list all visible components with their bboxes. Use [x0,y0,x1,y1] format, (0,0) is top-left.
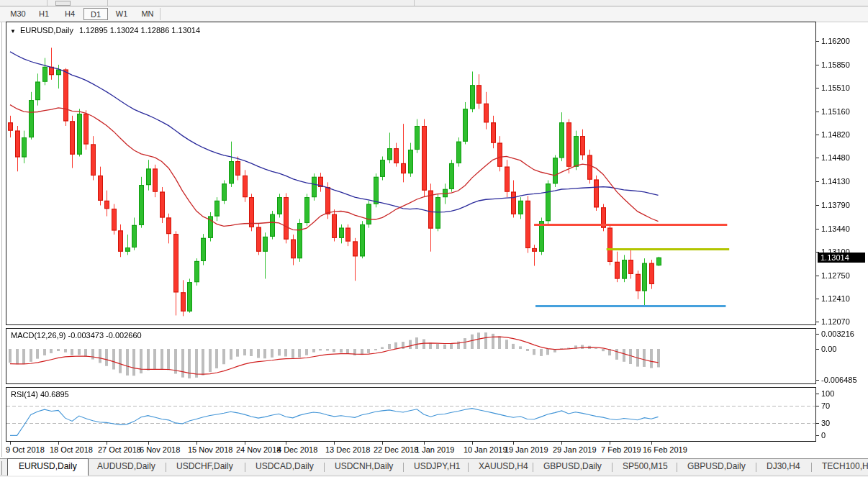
toolbar-button-pressed[interactable] [55,1,71,6]
time-tick-mark [610,442,610,445]
axis-tick-mark [815,205,819,206]
chart-tab-audusd-daily[interactable]: AUDUSD,Daily [86,459,166,475]
time-tick-label: 27 Oct 2018 [98,445,141,454]
tf-button-mn[interactable]: MN [135,8,160,20]
chart-tab-usdchf-daily[interactable]: USDCHF,Daily [166,459,244,475]
rsi-tick-label: 30 [821,419,830,427]
time-tick-mark [424,442,425,445]
axis-tick-mark [815,112,819,112]
timeframe-toolbar: M30H1H4D1W1MN [0,6,868,22]
time-tick-mark [561,442,562,445]
axis-tick-mark [815,276,819,276]
axis-tick-mark [815,435,819,436]
chart-tab-eurusd-daily[interactable]: EURUSD,Daily [7,458,89,476]
time-tick-label: 6 Nov 2018 [140,445,180,454]
rsi-canvas[interactable] [6,388,815,441]
chart-tab-tech100-h1[interactable]: TECH100,H1 [811,459,868,475]
mt4-application-window: M30H1H4D1W1MN ▼EURUSD,Daily1.12895 1.130… [0,0,868,477]
time-tick-mark [148,442,149,445]
price-tick-label: 1.12750 [821,271,850,280]
time-tick-mark [107,442,107,445]
macd-values: -0.003473 -0.002660 [68,331,141,340]
price-tick-label: 1.13790 [821,201,850,209]
time-tick-label: 9 Oct 2018 [6,445,45,454]
axis-tick-mark [815,229,819,230]
price-tick-label: 1.15510 [821,83,850,92]
axis-tick-mark [815,406,819,406]
time-tick-mark [513,442,514,445]
toolbar-separator [414,0,415,6]
time-tick-label: 10 Jan 2019 [464,445,507,454]
rsi-tick-label: 70 [821,401,830,410]
rsi-label: RSI(14) 40.6895 [11,390,69,399]
rsi-tick-label: 100 [821,389,834,398]
axis-tick-mark [815,394,819,394]
macd-label: MACD(12,26,9) -0.003473 -0.002660 [11,331,142,340]
chart-tab-gbpusd-daily[interactable]: GBPUSD,Daily [677,459,756,475]
chart-tab-usdcnh-daily[interactable]: USDCNH,Daily [324,459,404,475]
time-tick-mark [382,442,383,445]
time-tick-mark [58,442,59,445]
time-tick-label: 16 Feb 2019 [643,445,687,454]
time-tick-mark [472,442,473,445]
chart-ohlc-quote: 1.12895 1.13024 1.12886 1.13014 [79,26,200,35]
price-tick-label: 1.15160 [821,107,850,116]
time-tick-mark [245,442,245,445]
macd-tick-label: 0.00 [821,345,836,353]
time-axis[interactable]: 9 Oct 201818 Oct 201827 Oct 20186 Nov 20… [6,442,816,458]
price-tick-label: 1.14480 [821,153,850,162]
axis-tick-mark [815,299,819,299]
rsi-indicator-panel[interactable]: RSI(14) 40.6895 [6,387,816,442]
macd-indicator-panel[interactable]: MACD(12,26,9) -0.003473 -0.002660 [6,328,816,384]
time-tick-label: 4 Dec 2018 [277,445,317,454]
time-tick-label: 1 Jan 2019 [415,445,454,454]
price-tick-label: 1.14130 [821,177,850,186]
time-tick-label: 29 Jan 2019 [553,445,597,454]
tf-button-m30[interactable]: M30 [6,8,30,20]
tf-button-h4[interactable]: H4 [58,8,82,20]
tf-button-d1[interactable]: D1 [83,8,108,20]
axis-tick-mark [815,423,819,424]
price-tick-label: 1.14820 [821,130,850,139]
chart-tab-bar: EURUSD,DailyAUDUSD,DailyUSDCHF,DailyUSDC… [0,458,868,476]
time-tick-mark [651,442,652,445]
price-chart-canvas[interactable] [6,22,815,324]
price-tick-label: 1.12070 [821,317,850,326]
rsi-value: 40.6895 [40,390,69,399]
tf-button-w1[interactable]: W1 [109,8,134,20]
window-left-edge [1,22,2,457]
chart-tab-xauusd-h4[interactable]: XAUUSD,H4 [468,459,539,475]
time-tick-label: 7 Feb 2019 [601,445,641,454]
price-tick-label: 1.16200 [821,37,850,45]
macd-tick-label: -0.006485 [821,376,857,384]
time-tick-mark [10,442,11,445]
current-price-badge: 1.13014 [818,253,865,263]
time-tick-label: 24 Nov 2018 [236,445,281,454]
chart-tab-usdcad-daily[interactable]: USDCAD,Daily [245,459,325,475]
tf-button-h1[interactable]: H1 [32,8,56,20]
toolbar-separator [47,0,48,6]
top-toolbar-strip [0,0,868,6]
time-tick-mark [334,442,335,445]
chart-tab-sp500-m15[interactable]: SP500,M15 [612,459,679,475]
rsi-tick-label: 0 [821,431,826,440]
price-tick-label: 1.13440 [821,224,850,233]
time-tick-label: 18 Oct 2018 [50,445,93,454]
time-tick-label: 19 Jan 2019 [505,445,548,454]
axis-tick-mark [815,41,819,42]
price-axis[interactable]: 1.162001.158501.155101.151601.148201.144… [815,0,868,460]
axis-tick-mark [815,88,819,88]
axis-tick-mark [815,334,819,335]
time-tick-label: 22 Dec 2018 [374,445,418,454]
chart-tab-gbpusd-daily[interactable]: GBPUSD,Daily [533,459,612,475]
price-tick-label: 1.12410 [821,294,850,303]
chart-dropdown-icon[interactable]: ▼ [10,28,16,35]
time-tick-label: 15 Nov 2018 [188,445,232,454]
price-chart-panel[interactable]: ▼EURUSD,Daily1.12895 1.13024 1.12886 1.1… [6,22,816,325]
axis-tick-mark [815,65,819,65]
axis-tick-mark [815,181,819,182]
chart-tab-dj30-h4[interactable]: DJ30,H4 [756,459,811,475]
axis-tick-mark [815,349,819,350]
chart-tab-usdjpy-h1[interactable]: USDJPY,H1 [403,459,471,475]
time-tick-mark [286,442,286,445]
